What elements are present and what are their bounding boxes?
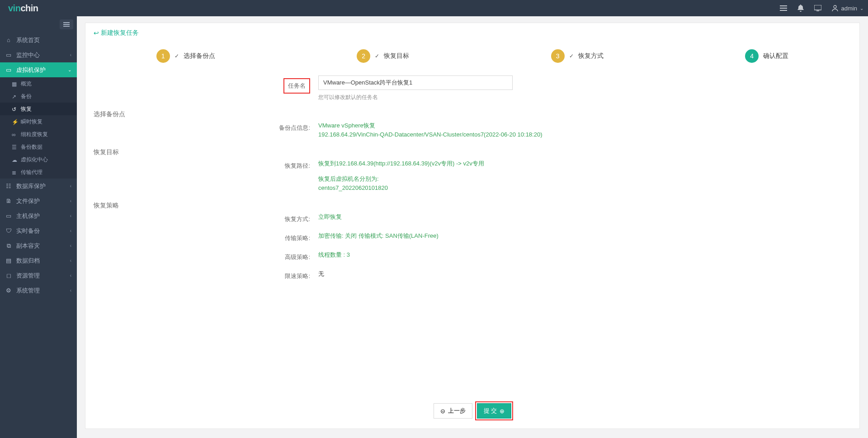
brand-part-a: vin: [8, 3, 20, 14]
chevron-left-icon: ‹: [70, 184, 71, 188]
sidebar-item-label: 虚拟机保护: [16, 66, 68, 74]
sidebar-item-replica-dr[interactable]: ⧉ 副本容灾 ‹: [0, 238, 77, 253]
sidebar-item-file-protect[interactable]: 🗎 文件保护 ‹: [0, 193, 77, 208]
sidebar-sub-granular-restore[interactable]: ∞ 细粒度恢复: [0, 128, 77, 141]
step-label: 恢复目标: [384, 52, 409, 60]
sidebar-sub-instant-restore[interactable]: ⚡ 瞬时恢复: [0, 115, 77, 128]
sidebar-item-realtime-backup[interactable]: 🛡 实时备份 ‹: [0, 223, 77, 238]
sidebar-sub-label: 传输代理: [21, 169, 42, 176]
sidebar-collapse-row: [0, 16, 77, 33]
sidebar-sub-label: 虚拟化中心: [21, 156, 48, 164]
restore-vmname-value: 恢复后虚拟机名分别为: centos7_20220620101820: [318, 174, 388, 193]
panel-header: ↩ 新建恢复任务: [85, 23, 859, 43]
chevron-left-icon: ‹: [70, 52, 71, 57]
chevron-left-icon: ‹: [70, 243, 71, 248]
sidebar-sub-backup[interactable]: ↗ 备份: [0, 90, 77, 103]
sidebar-item-db-protect[interactable]: ☷ 数据库保护 ‹: [0, 179, 77, 193]
chevron-left-icon: ‹: [70, 228, 71, 233]
transfer-policy-label: 传输策略:: [85, 231, 318, 242]
sidebar-sub-virtualization-center[interactable]: ☁ 虚拟化中心: [0, 153, 77, 166]
prev-button[interactable]: ⊝ 上一步: [434, 403, 472, 419]
sidebar-item-home[interactable]: ⌂ 系统首页: [0, 33, 77, 47]
reply-icon: ↩: [94, 29, 99, 37]
sidebar-item-resource-mgmt[interactable]: ◻ 资源管理 ‹: [0, 268, 77, 283]
link-icon: ∞: [12, 132, 17, 137]
advanced-policy-value: 线程数量 : 3: [318, 250, 350, 259]
row-speed-limit-policy: 限速策略: 无: [85, 269, 859, 280]
sidebar-item-data-archive[interactable]: ▤ 数据归档 ‹: [0, 253, 77, 268]
prev-button-label: 上一步: [448, 407, 466, 415]
sidebar-collapse-button[interactable]: [60, 19, 73, 29]
section-heading-target: 恢复目标: [85, 143, 859, 159]
sidebar-item-system-mgmt[interactable]: ⚙ 系统管理 ‹: [0, 283, 77, 298]
step-circle: 2: [357, 49, 370, 63]
user-icon: [831, 5, 839, 12]
vm-icon: ▭: [5, 67, 12, 73]
submit-button-label: 提 交: [484, 407, 497, 415]
bolt-icon: ⚡: [12, 119, 17, 124]
step-1: 1 ✓ 选择备份点: [156, 49, 215, 63]
sidebar-sub-label: 恢复: [21, 105, 32, 113]
row-backup-point-info: 备份点信息: VMware vSphere恢复 192.168.64.29/Vi…: [85, 121, 859, 139]
svg-point-1: [834, 5, 836, 8]
sidebar-item-label: 系统首页: [16, 36, 71, 44]
sidebar-item-label: 主机保护: [16, 212, 70, 220]
backup-point-info-label: 备份点信息:: [85, 121, 318, 132]
restore-path-value: 恢复到192.168.64.39(http://192.168.64.39)(v…: [318, 159, 484, 168]
sidebar-sub-label: 备份数据: [21, 143, 42, 151]
db-icon: ☷: [5, 183, 12, 189]
step-circle: 3: [551, 49, 565, 63]
sidebar-item-vm-protect[interactable]: ▭ 虚拟机保护 ⌄: [0, 62, 77, 77]
topbar: vin chin admin ⌄: [0, 0, 868, 16]
sidebar-sub-label: 细粒度恢复: [21, 131, 48, 138]
sidebar-sub-label: 备份: [21, 93, 32, 100]
sidebar-sub-restore[interactable]: ↺ 恢复: [0, 103, 77, 115]
sidebar-item-label: 数据库保护: [16, 182, 70, 190]
task-name-hint: 您可以修改默认的任务名: [318, 94, 513, 101]
copy-icon: ⧉: [5, 243, 12, 249]
sidebar: ⌂ 系统首页 ▭ 监控中心 ‹ ▭ 虚拟机保护 ⌄ ▦ 概览 ↗ 备份 ↺ 恢复…: [0, 16, 77, 438]
task-name-input[interactable]: [318, 75, 513, 90]
arrow-left-circle-icon: ⊝: [440, 408, 445, 414]
host-icon: ▭: [5, 213, 12, 219]
sidebar-item-monitor[interactable]: ▭ 监控中心 ‹: [0, 47, 77, 62]
chevron-left-icon: ‹: [70, 288, 71, 293]
submit-button[interactable]: 提 交 ⊕: [477, 403, 512, 419]
backup-point-info-value: VMware vSphere恢复 192.168.64.29/VinChin-Q…: [318, 121, 542, 139]
list-icon[interactable]: [780, 5, 787, 12]
row-restore-mode: 恢复方式: 立即恢复: [85, 212, 859, 223]
restore-path-label: 恢复路径:: [85, 159, 318, 170]
user-menu[interactable]: admin ⌄: [831, 5, 863, 12]
sidebar-item-label: 副本容灾: [16, 242, 70, 250]
user-label: admin: [841, 5, 857, 12]
file-icon: 🗎: [5, 198, 12, 204]
sidebar-sub-transfer-agent[interactable]: ≣ 传输代理: [0, 166, 77, 179]
step-2: 2 ✓ 恢复目标: [357, 49, 409, 63]
chevron-down-icon: ⌄: [860, 6, 863, 11]
server-icon: ≣: [12, 170, 17, 175]
disk-icon: ☰: [12, 144, 17, 150]
bell-icon[interactable]: [797, 5, 804, 12]
transfer-policy-value: 加密传输: 关闭 传输模式: SAN传输(LAN-Free): [318, 231, 439, 240]
section-heading-policy: 恢复策略: [85, 196, 859, 212]
screen-icon[interactable]: [814, 5, 821, 12]
step-3: 3 ✓ 恢复方式: [551, 49, 604, 63]
task-name-field-wrap: 您可以修改默认的任务名: [318, 75, 513, 101]
row-transfer-policy: 传输策略: 加密传输: 关闭 传输模式: SAN传输(LAN-Free): [85, 231, 859, 242]
sidebar-item-label: 系统管理: [16, 287, 70, 295]
panel-title: ↩ 新建恢复任务: [94, 29, 139, 37]
sidebar-sub-backup-data[interactable]: ☰ 备份数据: [0, 141, 77, 153]
sidebar-item-label: 资源管理: [16, 272, 70, 280]
cloud-icon: ☁: [12, 157, 17, 162]
sidebar-sub-overview[interactable]: ▦ 概览: [0, 77, 77, 90]
sidebar-sub-label: 瞬时恢复: [21, 118, 42, 126]
check-icon: ✓: [175, 53, 179, 59]
chevron-left-icon: ‹: [70, 273, 71, 278]
home-icon: ⌂: [5, 37, 12, 43]
task-name-label: 任务名: [283, 78, 310, 94]
hamburger-icon: [63, 22, 70, 27]
panel-footer: ⊝ 上一步 提 交 ⊕: [85, 396, 859, 429]
sidebar-item-host-protect[interactable]: ▭ 主机保护 ‹: [0, 208, 77, 223]
cube-icon: ◻: [5, 273, 12, 279]
archive-icon: ▤: [5, 258, 12, 264]
